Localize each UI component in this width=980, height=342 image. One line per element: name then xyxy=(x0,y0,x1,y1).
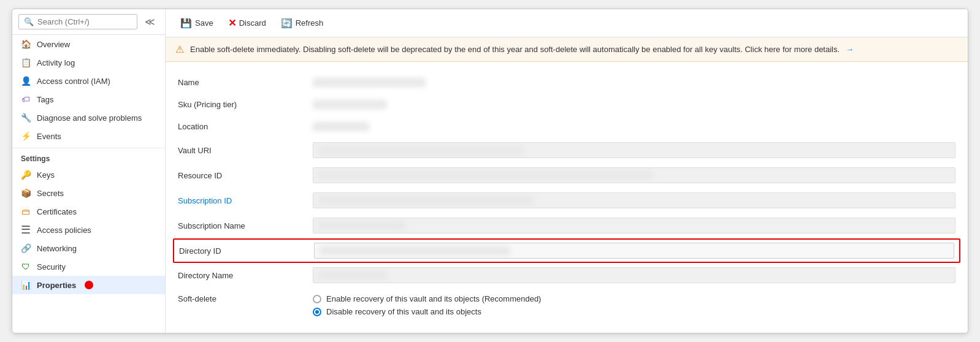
save-icon: 💾 xyxy=(180,18,192,29)
refresh-icon: 🔄 xyxy=(281,18,293,29)
prop-label-soft-delete: Soft-delete xyxy=(178,294,313,303)
prop-value-subscription-id-text: 00000000-0000-0000-0000-000000000000 sub… xyxy=(318,196,533,205)
search-icon: 🔍 xyxy=(24,17,34,26)
save-button[interactable]: 💾 Save xyxy=(174,15,220,32)
toolbar: 💾 Save ✕ Discard 🔄 Refresh xyxy=(166,9,968,37)
sidebar-label-properties: Properties xyxy=(37,281,76,290)
keys-icon: 🔑 xyxy=(21,170,31,180)
radio-circle-enable[interactable] xyxy=(313,295,321,303)
prop-label-directory-id: Directory ID xyxy=(179,246,314,256)
prop-row-sku: Sku (Pricing tier) Standard blurred text xyxy=(178,94,955,116)
discard-label: Discard xyxy=(239,18,266,28)
settings-section-label: Settings xyxy=(12,148,165,165)
prop-label-subscription-id[interactable]: Subscription ID xyxy=(178,196,313,205)
sidebar-item-access-control[interactable]: 👤 Access control (IAM) xyxy=(12,72,165,90)
discard-icon: ✕ xyxy=(228,17,236,29)
refresh-label: Refresh xyxy=(296,18,324,28)
prop-row-location: Location East US blurred xyxy=(178,116,955,138)
prop-value-location: East US blurred xyxy=(313,122,955,131)
radio-label-enable: Enable recovery of this vault and its ob… xyxy=(326,294,541,303)
prop-row-vault-uri: Vault URI https://keyvault.vault.azure.n… xyxy=(178,138,955,163)
sidebar: 🔍 ≪ 🏠 Overview 📋 Activity log 👤 Access c… xyxy=(12,9,166,333)
prop-row-resource-id: Resource ID /subscriptions/00000000/reso… xyxy=(178,163,955,188)
save-label: Save xyxy=(195,18,213,28)
main-content: 💾 Save ✕ Discard 🔄 Refresh ⚠ Enable soft… xyxy=(166,9,968,333)
sidebar-item-diagnose[interactable]: 🔧 Diagnose and solve problems xyxy=(12,108,165,127)
red-dot-indicator xyxy=(85,281,93,289)
prop-row-subscription-id: Subscription ID 00000000-0000-0000-0000-… xyxy=(178,188,955,213)
sidebar-label-tags: Tags xyxy=(37,95,53,104)
prop-value-name-text: keyvault-resource-name-blurred xyxy=(313,78,426,87)
overview-icon: 🏠 xyxy=(21,39,31,49)
prop-row-name: Name keyvault-resource-name-blurred xyxy=(178,72,955,94)
networking-icon: 🔗 xyxy=(21,243,31,253)
sidebar-label-access-policies: Access policies xyxy=(37,226,91,235)
sidebar-label-keys: Keys xyxy=(37,170,55,180)
sidebar-item-keys[interactable]: 🔑 Keys xyxy=(12,165,165,184)
prop-value-sku: Standard blurred text xyxy=(313,100,955,109)
sidebar-item-tags[interactable]: 🏷 Tags xyxy=(12,90,165,108)
soft-delete-banner[interactable]: ⚠ Enable soft-delete immediately. Disabl… xyxy=(166,37,968,62)
sidebar-label-diagnose: Diagnose and solve problems xyxy=(37,113,142,123)
activity-log-icon: 📋 xyxy=(21,58,31,67)
prop-value-subscription-name: Subscription Name blurred xyxy=(313,218,955,234)
properties-icon: 📊 xyxy=(21,280,31,290)
sidebar-item-activity-log[interactable]: 📋 Activity log xyxy=(12,53,165,72)
warning-icon: ⚠ xyxy=(175,44,184,55)
banner-link[interactable]: → xyxy=(846,45,854,54)
events-icon: ⚡ xyxy=(21,131,31,141)
properties-grid: Name keyvault-resource-name-blurred Sku … xyxy=(166,62,968,331)
prop-label-directory-name: Directory Name xyxy=(178,271,313,280)
refresh-button[interactable]: 🔄 Refresh xyxy=(275,15,330,32)
sidebar-item-security[interactable]: 🛡 Security xyxy=(12,257,165,276)
prop-row-subscription-name: Subscription Name Subscription Name blur… xyxy=(178,213,955,238)
radio-item-enable-recovery[interactable]: Enable recovery of this vault and its ob… xyxy=(313,294,955,303)
sidebar-label-access-control: Access control (IAM) xyxy=(37,77,110,86)
prop-label-subscription-name: Subscription Name xyxy=(178,221,313,230)
certificates-icon: 🗃 xyxy=(21,207,31,216)
sidebar-nav: 🏠 Overview 📋 Activity log 👤 Access contr… xyxy=(12,35,165,333)
sidebar-item-secrets[interactable]: 📦 Secrets xyxy=(12,184,165,202)
app-window: 🔍 ≪ 🏠 Overview 📋 Activity log 👤 Access c… xyxy=(12,9,968,333)
collapse-button[interactable]: ≪ xyxy=(141,15,159,29)
prop-value-sku-text: Standard blurred text xyxy=(313,100,387,109)
sidebar-label-overview: Overview xyxy=(37,40,70,49)
access-control-icon: 👤 xyxy=(21,76,31,86)
discard-button[interactable]: ✕ Discard xyxy=(222,14,272,32)
prop-label-sku: Sku (Pricing tier) xyxy=(178,100,313,109)
sidebar-label-networking: Networking xyxy=(37,244,77,253)
content-area: ⚠ Enable soft-delete immediately. Disabl… xyxy=(166,37,968,333)
radio-circle-disable[interactable] xyxy=(313,308,321,316)
sidebar-label-security: Security xyxy=(37,262,66,272)
prop-value-location-text: East US blurred xyxy=(313,122,369,131)
prop-row-directory-id: Directory ID 00000000-0000-0000-0000-dir… xyxy=(173,238,960,263)
prop-label-name: Name xyxy=(178,78,313,87)
sidebar-item-events[interactable]: ⚡ Events xyxy=(12,127,165,145)
prop-value-subscription-name-text: Subscription Name blurred xyxy=(318,221,405,230)
soft-delete-radio-group: Enable recovery of this vault and its ob… xyxy=(313,294,955,316)
security-icon: 🛡 xyxy=(21,262,31,272)
prop-value-directory-id-text: 00000000-0000-0000-0000-directory-id-blu… xyxy=(320,246,510,255)
radio-label-disable: Disable recovery of this vault and its o… xyxy=(326,307,481,316)
sidebar-item-access-policies[interactable]: ☰ Access policies xyxy=(12,221,165,239)
sidebar-header: 🔍 ≪ xyxy=(12,9,165,35)
prop-value-resource-id-text: /subscriptions/00000000/resourceGroups/r… xyxy=(318,171,653,180)
sidebar-item-overview[interactable]: 🏠 Overview xyxy=(12,35,165,53)
search-box[interactable]: 🔍 xyxy=(18,14,137,29)
prop-value-directory-name-text: Tenant Name blurred xyxy=(318,271,387,279)
sidebar-item-certificates[interactable]: 🗃 Certificates xyxy=(12,202,165,221)
sidebar-label-secrets: Secrets xyxy=(37,189,64,198)
prop-value-name: keyvault-resource-name-blurred xyxy=(313,78,955,87)
sidebar-label-activity-log: Activity log xyxy=(37,58,75,67)
prop-value-resource-id: /subscriptions/00000000/resourceGroups/r… xyxy=(313,167,955,183)
sidebar-item-properties[interactable]: 📊 Properties xyxy=(12,276,165,294)
sidebar-item-networking[interactable]: 🔗 Networking xyxy=(12,239,165,257)
banner-text: Enable soft-delete immediately. Disablin… xyxy=(190,45,840,54)
tags-icon: 🏷 xyxy=(21,94,31,104)
radio-item-disable-recovery[interactable]: Disable recovery of this vault and its o… xyxy=(313,307,955,316)
search-input[interactable] xyxy=(37,17,132,26)
prop-row-soft-delete: Soft-delete Enable recovery of this vaul… xyxy=(178,288,955,321)
prop-label-location: Location xyxy=(178,122,313,131)
diagnose-icon: 🔧 xyxy=(21,113,31,123)
secrets-icon: 📦 xyxy=(21,188,31,198)
